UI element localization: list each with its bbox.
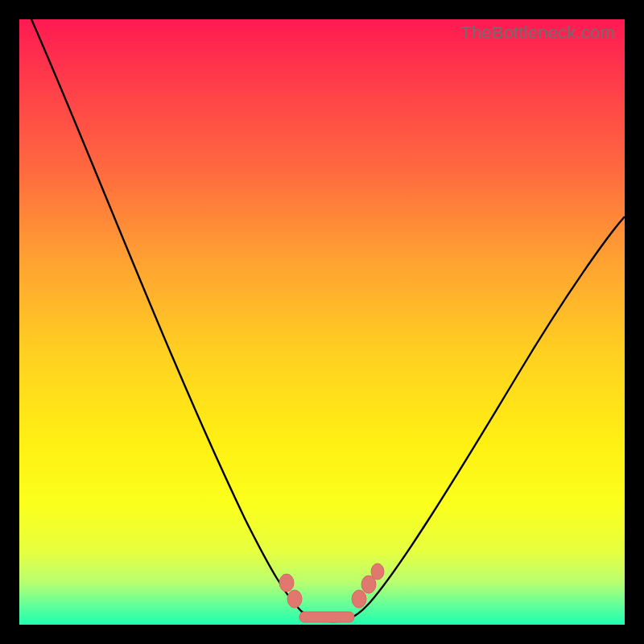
minimum-bar [299, 612, 354, 622]
marker-dot [279, 574, 294, 592]
bottleneck-curve [31, 19, 625, 621]
marker-dot [352, 590, 366, 608]
marker-dot [287, 590, 302, 608]
chart-frame: TheBottleneck.com [19, 19, 625, 625]
bottleneck-plot [19, 19, 625, 625]
marker-dot [371, 564, 384, 580]
